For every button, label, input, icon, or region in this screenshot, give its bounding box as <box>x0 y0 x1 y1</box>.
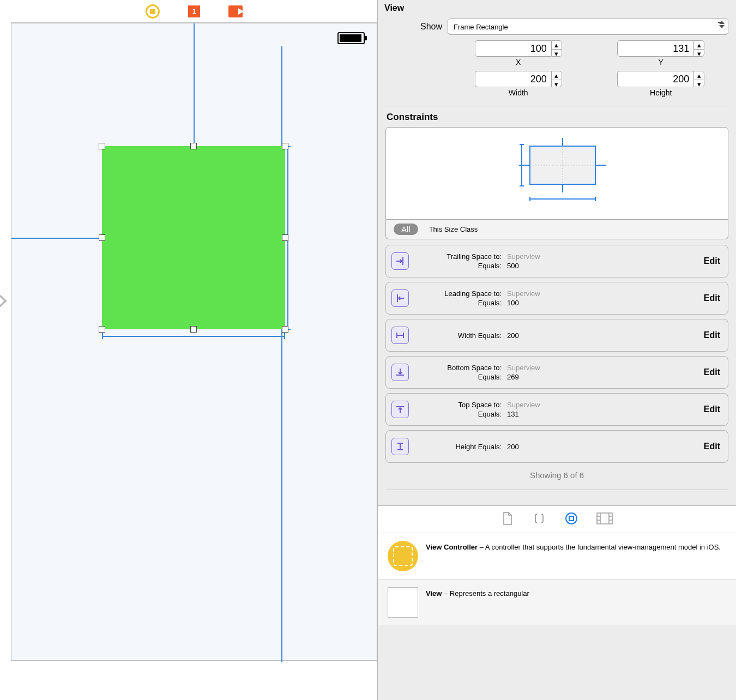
constraint-diagram[interactable] <box>385 127 728 220</box>
handle-bc[interactable] <box>190 326 197 333</box>
view-controller-icon <box>388 541 418 571</box>
constraint-type-icon <box>391 364 409 381</box>
showing-count: Showing 6 of 6 <box>378 463 736 487</box>
canvas-toolbar <box>11 0 377 23</box>
view-title: View <box>426 589 442 598</box>
y-stepper[interactable]: ▴▾ <box>693 40 704 57</box>
constraint-item[interactable]: Width Equals:200Edit <box>385 319 728 352</box>
constraint-label: Width Equals:200 <box>415 331 697 340</box>
view-icon <box>388 587 418 618</box>
constraint-label: Top Space to:SuperviewEquals:131 <box>415 401 697 418</box>
device-canvas[interactable] <box>11 23 377 661</box>
constraint-type-icon <box>391 289 409 307</box>
section-view-header: View <box>378 0 736 17</box>
inspector-panel: View Show Frame Rectangle ▴▾ X ▴▾ Y ▴▾ <box>377 0 736 700</box>
constraint-item[interactable]: Trailing Space to:SuperviewEquals:500Edi… <box>385 245 728 277</box>
selected-view[interactable] <box>102 146 285 329</box>
size-class-row[interactable]: All This Size Class <box>385 220 728 239</box>
height-stepper[interactable]: ▴▾ <box>693 71 704 87</box>
vc-desc: – A controller that supports the fundame… <box>478 543 721 551</box>
lib-tab-file-icon[interactable] <box>502 511 514 527</box>
scene-cube-icon[interactable] <box>186 3 202 20</box>
show-dropdown[interactable]: Frame Rectangle <box>448 19 728 35</box>
lib-tab-object-icon[interactable] <box>565 512 578 527</box>
constraint-type-icon <box>391 252 409 270</box>
y-input[interactable] <box>617 40 693 57</box>
exit-segue-icon[interactable] <box>227 3 244 20</box>
show-value: Frame Rectangle <box>454 23 508 31</box>
library-item-view[interactable]: View – Represents a rectangular <box>378 579 736 625</box>
y-label: Y <box>659 58 663 67</box>
svg-rect-36 <box>569 516 574 521</box>
constraint-item[interactable]: Height Equals:200Edit <box>385 430 728 463</box>
guide-width-bar <box>102 336 285 337</box>
battery-icon <box>337 32 365 44</box>
constraint-label: Leading Space to:SuperviewEquals:100 <box>415 289 697 307</box>
handle-ml[interactable] <box>99 234 105 241</box>
edit-button[interactable]: Edit <box>704 367 720 377</box>
constraint-item[interactable]: Leading Space to:SuperviewEquals:100Edit <box>385 282 728 315</box>
handle-tc[interactable] <box>190 143 197 149</box>
constraint-type-icon <box>391 401 409 418</box>
constraint-item[interactable]: Top Space to:SuperviewEquals:131Edit <box>385 393 728 426</box>
guide-width-cap-r <box>284 333 285 339</box>
size-class-all-pill[interactable]: All <box>394 224 418 235</box>
vc-title: View Controller <box>426 543 478 551</box>
view-desc: – Represents a rectangular <box>442 589 529 598</box>
constraint-type-icon <box>391 327 409 344</box>
section-constraints-header: Constraints <box>378 106 736 127</box>
handle-mr[interactable] <box>282 234 288 241</box>
x-stepper[interactable]: ▴▾ <box>551 40 562 57</box>
constraint-label: Trailing Space to:SuperviewEquals:500 <box>415 252 697 270</box>
handle-tr[interactable] <box>282 143 288 149</box>
width-input[interactable] <box>475 71 551 87</box>
height-input[interactable] <box>617 71 693 87</box>
show-label: Show <box>385 22 442 32</box>
guide-left-mid <box>11 238 102 239</box>
lib-tab-code-icon[interactable] <box>532 512 546 526</box>
library-text: View – Represents a rectangular <box>426 587 529 618</box>
constraint-item[interactable]: Bottom Space to:SuperviewEquals:269Edit <box>385 356 728 389</box>
size-class-label: This Size Class <box>429 225 478 233</box>
edit-button[interactable]: Edit <box>704 330 720 340</box>
library-tabs <box>378 505 736 533</box>
x-label: X <box>516 58 521 67</box>
svg-point-35 <box>566 513 577 524</box>
guide-top-center <box>194 23 195 146</box>
svg-rect-37 <box>597 513 612 524</box>
library-item-view-controller[interactable]: View Controller – A controller that supp… <box>378 533 736 579</box>
expand-outline-icon[interactable] <box>0 293 9 310</box>
canvas-area <box>0 0 377 700</box>
handle-bl[interactable] <box>99 326 105 333</box>
constraint-label: Bottom Space to:SuperviewEquals:269 <box>415 364 697 381</box>
lib-tab-media-icon[interactable] <box>596 512 613 526</box>
width-label: Width <box>509 88 528 97</box>
x-input[interactable] <box>475 40 551 57</box>
edit-button[interactable]: Edit <box>704 405 720 414</box>
edit-button[interactable]: Edit <box>704 293 720 303</box>
constraint-type-icon <box>391 438 409 455</box>
width-stepper[interactable]: ▴▾ <box>551 71 562 87</box>
library-text: View Controller – A controller that supp… <box>426 541 721 571</box>
height-label: Height <box>650 88 672 97</box>
handle-br[interactable] <box>282 326 288 333</box>
handle-tl[interactable] <box>99 143 105 149</box>
edit-button[interactable]: Edit <box>704 442 720 451</box>
guide-right-full <box>281 46 282 662</box>
runtime-attributes-icon[interactable] <box>144 3 161 20</box>
edit-button[interactable]: Edit <box>704 256 720 266</box>
constraint-label: Height Equals:200 <box>415 443 697 451</box>
guide-width-cap-l <box>102 333 103 339</box>
constraint-list: Trailing Space to:SuperviewEquals:500Edi… <box>378 245 736 463</box>
